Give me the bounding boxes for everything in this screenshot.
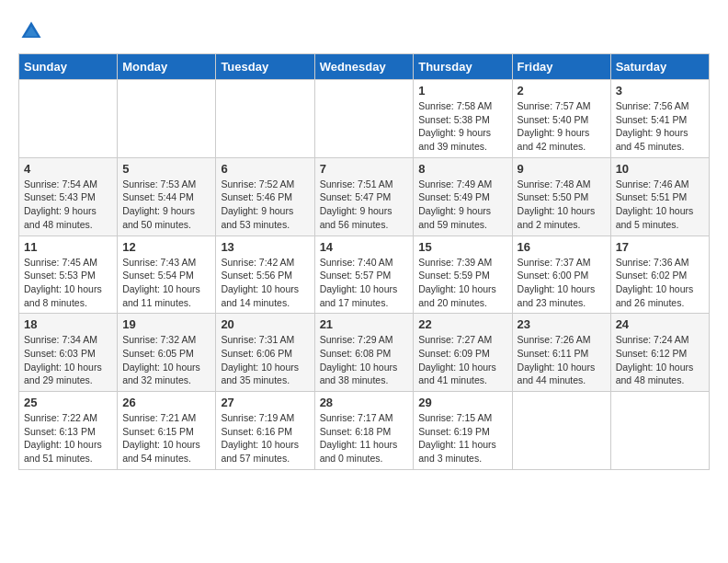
day-info: Sunrise: 7:21 AMSunset: 6:15 PMDaylight:… xyxy=(122,411,210,465)
day-info: Sunrise: 7:58 AMSunset: 5:38 PMDaylight:… xyxy=(418,99,506,154)
day-number: 22 xyxy=(418,317,506,331)
day-number: 29 xyxy=(418,396,506,409)
calendar-cell: 15Sunrise: 7:39 AMSunset: 5:59 PMDayligh… xyxy=(414,236,512,314)
calendar-cell: 21Sunrise: 7:29 AMSunset: 6:08 PMDayligh… xyxy=(314,314,414,392)
calendar-cell: 25Sunrise: 7:22 AMSunset: 6:13 PMDayligh… xyxy=(19,392,118,470)
calendar-body: 1Sunrise: 7:58 AMSunset: 5:38 PMDaylight… xyxy=(19,80,710,470)
calendar-cell: 16Sunrise: 7:37 AMSunset: 6:00 PMDayligh… xyxy=(512,236,610,314)
day-info: Sunrise: 7:36 AMSunset: 6:02 PMDaylight:… xyxy=(616,256,704,310)
logo xyxy=(18,18,48,44)
calendar-cell: 3Sunrise: 7:56 AMSunset: 5:41 PMDaylight… xyxy=(610,80,709,158)
day-number: 9 xyxy=(518,162,606,176)
calendar-cell xyxy=(118,80,216,158)
calendar-week-row: 25Sunrise: 7:22 AMSunset: 6:13 PMDayligh… xyxy=(19,392,710,470)
day-number: 20 xyxy=(221,317,309,331)
day-info: Sunrise: 7:34 AMSunset: 6:03 PMDaylight:… xyxy=(24,333,112,387)
calendar-week-row: 1Sunrise: 7:58 AMSunset: 5:38 PMDaylight… xyxy=(19,80,710,158)
calendar-cell: 17Sunrise: 7:36 AMSunset: 6:02 PMDayligh… xyxy=(610,236,709,314)
day-info: Sunrise: 7:46 AMSunset: 5:51 PMDaylight:… xyxy=(616,178,704,232)
day-number: 15 xyxy=(418,240,506,254)
day-number: 2 xyxy=(518,84,606,98)
calendar-cell xyxy=(314,80,414,158)
day-info: Sunrise: 7:52 AMSunset: 5:46 PMDaylight:… xyxy=(221,178,309,232)
calendar-cell: 8Sunrise: 7:49 AMSunset: 5:49 PMDaylight… xyxy=(414,157,512,236)
day-info: Sunrise: 7:17 AMSunset: 6:18 PMDaylight:… xyxy=(320,411,409,465)
logo-icon xyxy=(18,18,44,44)
calendar-cell: 13Sunrise: 7:42 AMSunset: 5:56 PMDayligh… xyxy=(216,236,314,314)
page-header xyxy=(18,18,710,44)
day-number: 17 xyxy=(616,240,704,254)
day-number: 11 xyxy=(24,240,112,254)
calendar-cell: 22Sunrise: 7:27 AMSunset: 6:09 PMDayligh… xyxy=(414,314,512,392)
calendar-cell: 29Sunrise: 7:15 AMSunset: 6:19 PMDayligh… xyxy=(414,392,512,470)
day-info: Sunrise: 7:32 AMSunset: 6:05 PMDaylight:… xyxy=(122,333,210,387)
day-number: 27 xyxy=(221,396,309,409)
calendar-cell xyxy=(512,392,610,470)
day-info: Sunrise: 7:29 AMSunset: 6:08 PMDaylight:… xyxy=(320,333,409,387)
weekday-header-monday: Monday xyxy=(118,54,216,80)
calendar-week-row: 11Sunrise: 7:45 AMSunset: 5:53 PMDayligh… xyxy=(19,236,710,314)
calendar-cell: 23Sunrise: 7:26 AMSunset: 6:11 PMDayligh… xyxy=(512,314,610,392)
day-number: 28 xyxy=(320,396,409,409)
calendar-week-row: 18Sunrise: 7:34 AMSunset: 6:03 PMDayligh… xyxy=(19,314,710,392)
calendar-cell: 1Sunrise: 7:58 AMSunset: 5:38 PMDaylight… xyxy=(414,80,512,158)
day-number: 8 xyxy=(418,162,506,176)
calendar-cell: 2Sunrise: 7:57 AMSunset: 5:40 PMDaylight… xyxy=(512,80,610,158)
day-info: Sunrise: 7:26 AMSunset: 6:11 PMDaylight:… xyxy=(518,333,606,387)
calendar-cell: 11Sunrise: 7:45 AMSunset: 5:53 PMDayligh… xyxy=(19,236,118,314)
day-info: Sunrise: 7:54 AMSunset: 5:43 PMDaylight:… xyxy=(24,178,112,232)
day-number: 26 xyxy=(122,396,210,409)
day-info: Sunrise: 7:19 AMSunset: 6:16 PMDaylight:… xyxy=(221,411,309,465)
calendar-cell: 14Sunrise: 7:40 AMSunset: 5:57 PMDayligh… xyxy=(314,236,414,314)
calendar-cell: 6Sunrise: 7:52 AMSunset: 5:46 PMDaylight… xyxy=(216,157,314,236)
calendar-cell: 4Sunrise: 7:54 AMSunset: 5:43 PMDaylight… xyxy=(19,157,118,236)
calendar-cell: 28Sunrise: 7:17 AMSunset: 6:18 PMDayligh… xyxy=(314,392,414,470)
day-info: Sunrise: 7:27 AMSunset: 6:09 PMDaylight:… xyxy=(418,333,506,387)
day-info: Sunrise: 7:40 AMSunset: 5:57 PMDaylight:… xyxy=(320,256,409,310)
day-info: Sunrise: 7:48 AMSunset: 5:50 PMDaylight:… xyxy=(518,178,606,232)
calendar-header: SundayMondayTuesdayWednesdayThursdayFrid… xyxy=(19,54,710,80)
day-number: 19 xyxy=(122,317,210,331)
day-info: Sunrise: 7:57 AMSunset: 5:40 PMDaylight:… xyxy=(518,99,606,154)
day-info: Sunrise: 7:51 AMSunset: 5:47 PMDaylight:… xyxy=(320,178,409,232)
day-info: Sunrise: 7:49 AMSunset: 5:49 PMDaylight:… xyxy=(418,178,506,232)
day-number: 24 xyxy=(616,317,704,331)
weekday-header-wednesday: Wednesday xyxy=(314,54,414,80)
day-number: 18 xyxy=(24,317,112,331)
calendar-cell: 20Sunrise: 7:31 AMSunset: 6:06 PMDayligh… xyxy=(216,314,314,392)
day-number: 12 xyxy=(122,240,210,254)
day-number: 3 xyxy=(616,84,704,98)
day-number: 21 xyxy=(320,317,409,331)
day-info: Sunrise: 7:39 AMSunset: 5:59 PMDaylight:… xyxy=(418,256,506,310)
day-info: Sunrise: 7:53 AMSunset: 5:44 PMDaylight:… xyxy=(122,178,210,232)
day-info: Sunrise: 7:31 AMSunset: 6:06 PMDaylight:… xyxy=(221,333,309,387)
day-info: Sunrise: 7:43 AMSunset: 5:54 PMDaylight:… xyxy=(122,256,210,310)
calendar-cell: 27Sunrise: 7:19 AMSunset: 6:16 PMDayligh… xyxy=(216,392,314,470)
calendar-cell: 12Sunrise: 7:43 AMSunset: 5:54 PMDayligh… xyxy=(118,236,216,314)
day-number: 16 xyxy=(518,240,606,254)
calendar-cell: 10Sunrise: 7:46 AMSunset: 5:51 PMDayligh… xyxy=(610,157,709,236)
day-info: Sunrise: 7:15 AMSunset: 6:19 PMDaylight:… xyxy=(418,411,506,465)
weekday-header-sunday: Sunday xyxy=(19,54,118,80)
day-number: 13 xyxy=(221,240,309,254)
day-number: 4 xyxy=(24,162,112,176)
day-number: 7 xyxy=(320,162,409,176)
calendar-cell: 24Sunrise: 7:24 AMSunset: 6:12 PMDayligh… xyxy=(610,314,709,392)
calendar-cell: 26Sunrise: 7:21 AMSunset: 6:15 PMDayligh… xyxy=(118,392,216,470)
day-info: Sunrise: 7:37 AMSunset: 6:00 PMDaylight:… xyxy=(518,256,606,310)
day-number: 10 xyxy=(616,162,704,176)
day-number: 23 xyxy=(518,317,606,331)
calendar-cell xyxy=(19,80,118,158)
day-number: 5 xyxy=(122,162,210,176)
calendar-table: SundayMondayTuesdayWednesdayThursdayFrid… xyxy=(18,53,710,470)
day-info: Sunrise: 7:42 AMSunset: 5:56 PMDaylight:… xyxy=(221,256,309,310)
day-number: 25 xyxy=(24,396,112,409)
day-number: 14 xyxy=(320,240,409,254)
day-info: Sunrise: 7:22 AMSunset: 6:13 PMDaylight:… xyxy=(24,411,112,465)
day-info: Sunrise: 7:56 AMSunset: 5:41 PMDaylight:… xyxy=(616,99,704,154)
weekday-header-tuesday: Tuesday xyxy=(216,54,314,80)
weekday-header-saturday: Saturday xyxy=(610,54,709,80)
calendar-cell: 9Sunrise: 7:48 AMSunset: 5:50 PMDaylight… xyxy=(512,157,610,236)
calendar-cell: 18Sunrise: 7:34 AMSunset: 6:03 PMDayligh… xyxy=(19,314,118,392)
calendar-cell: 19Sunrise: 7:32 AMSunset: 6:05 PMDayligh… xyxy=(118,314,216,392)
